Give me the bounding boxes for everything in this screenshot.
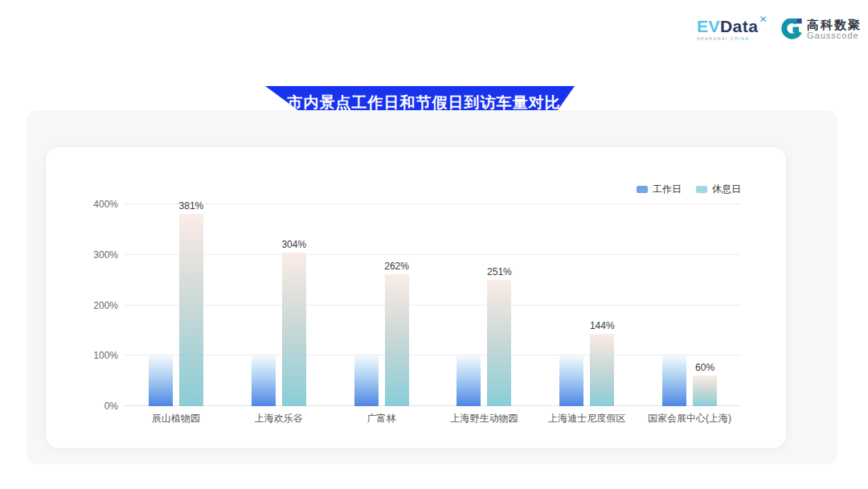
y-tick-label: 0%	[104, 401, 118, 412]
bar-value-label: 60%	[695, 362, 714, 373]
bar-value-label: 381%	[179, 200, 204, 212]
bar-休息日: 251%	[487, 280, 511, 407]
bar-休息日: 381%	[179, 214, 203, 406]
x-category-label: 上海迪士尼度假区	[535, 412, 638, 425]
page: EVData✕ SHANGHAI CHINA 高科数聚 Gausscode 市	[0, 0, 868, 489]
y-tick-label: 300%	[93, 249, 118, 261]
bar-group: 304%上海欢乐谷	[227, 204, 330, 406]
bar-value-label: 144%	[590, 320, 615, 331]
bar-工作日	[457, 355, 481, 406]
bar-group: 60%国家会展中心(上海)	[638, 204, 741, 406]
bar-group: 381%辰山植物园	[125, 204, 227, 406]
gausscode-logo: 高科数聚 Gausscode	[780, 18, 862, 41]
legend-item-休息日[interactable]: 休息日	[696, 183, 741, 196]
bar-工作日	[662, 355, 686, 406]
evdata-logo-data: Data	[720, 18, 759, 35]
bar-休息日: 304%	[282, 253, 306, 406]
chart-panel: 工作日休息日 0%100%200%300%400%381%辰山植物园304%上海…	[27, 110, 837, 464]
plot-area: 0%100%200%300%400%381%辰山植物园304%上海欢乐谷262%…	[125, 204, 741, 406]
legend-swatch-icon	[637, 186, 648, 193]
gausscode-g-icon	[780, 18, 803, 41]
evdata-logo-ev: EV	[697, 18, 720, 35]
bar-工作日	[252, 355, 276, 406]
evdata-logo: EVData✕ SHANGHAI CHINA	[697, 18, 768, 41]
evdata-x-icon: ✕	[759, 14, 768, 24]
x-category-label: 上海欢乐谷	[227, 412, 330, 425]
x-category-label: 广富林	[330, 412, 433, 425]
evdata-tagline-left: SHANGHAI	[697, 36, 728, 41]
bar-value-label: 251%	[487, 266, 512, 277]
bar-休息日: 262%	[385, 274, 409, 406]
x-category-label: 上海野生动物园	[433, 412, 536, 425]
bar-group: 262%广富林	[330, 204, 433, 406]
gausscode-en: Gausscode	[807, 31, 862, 41]
x-category-label: 辰山植物园	[125, 412, 227, 425]
bar-工作日	[354, 355, 379, 406]
bar-休息日: 60%	[693, 376, 717, 406]
bar-工作日	[559, 355, 583, 406]
bar-休息日: 144%	[590, 334, 614, 406]
legend-item-工作日[interactable]: 工作日	[637, 183, 682, 196]
legend-label: 工作日	[653, 183, 682, 196]
legend-swatch-icon	[696, 186, 707, 193]
x-category-label: 国家会展中心(上海)	[638, 412, 741, 425]
evdata-tagline-right: CHINA	[731, 36, 750, 41]
chart-card: 工作日休息日 0%100%200%300%400%381%辰山植物园304%上海…	[46, 147, 786, 448]
legend-label: 休息日	[712, 183, 741, 196]
y-tick-label: 400%	[93, 199, 118, 210]
bar-value-label: 304%	[281, 239, 306, 250]
logo-area: EVData✕ SHANGHAI CHINA 高科数聚 Gausscode	[697, 18, 862, 41]
gausscode-cn: 高科数聚	[807, 18, 862, 31]
bar-工作日	[149, 355, 173, 406]
y-tick-label: 100%	[93, 350, 118, 361]
bar-value-label: 262%	[384, 261, 409, 272]
bar-group: 144%上海迪士尼度假区	[535, 204, 638, 406]
bar-group: 251%上海野生动物园	[433, 204, 536, 406]
y-tick-label: 200%	[93, 300, 118, 311]
legend: 工作日休息日	[637, 183, 741, 196]
